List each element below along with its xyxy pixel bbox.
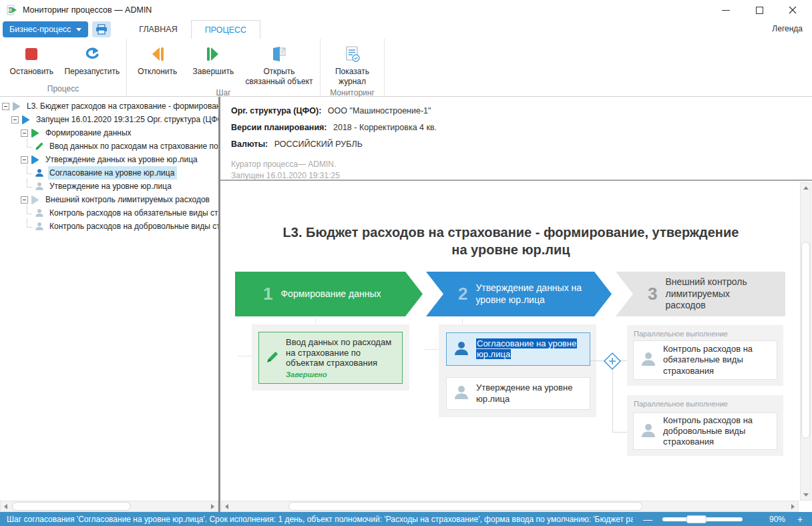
scroll-up-icon[interactable] xyxy=(801,183,811,193)
diagram-horizontal-scrollbar[interactable] xyxy=(221,501,799,512)
info-value: ООО "Машиностроение-1" xyxy=(328,106,431,115)
zoom-slider-thumb[interactable] xyxy=(686,515,706,523)
zoom-out-button[interactable]: — xyxy=(642,514,653,525)
minimize-button[interactable] xyxy=(719,3,733,17)
card-control-mandatory[interactable]: Контроль расходов на обязательные виды с… xyxy=(633,340,777,380)
show-journal-icon xyxy=(344,44,361,64)
stage-arrow-gray-icon xyxy=(31,195,41,204)
tree-connector xyxy=(27,205,32,214)
collapse-icon[interactable] xyxy=(21,129,28,137)
printer-icon xyxy=(95,24,108,35)
tree-row-launched[interactable]: Запущен 16.01.2020 19:31:25 Орг. структу… xyxy=(0,113,218,126)
restart-button-label: Перезапустить xyxy=(64,67,120,77)
tree-row-label: L3. Бюджет расходов на страхование - фор… xyxy=(27,101,218,111)
tree-row-label: Утверждение на уровне юр.лица xyxy=(49,182,172,191)
tree-connector xyxy=(27,138,32,148)
collapse-icon[interactable] xyxy=(2,103,9,110)
tree-horizontal-scrollbar[interactable] xyxy=(0,501,218,512)
collapse-icon[interactable] xyxy=(11,116,19,123)
stage-number: 3 xyxy=(648,284,657,304)
info-row-planning-version: Версии планирования: 2018 - Корректировк… xyxy=(231,123,812,132)
parallel-group-1-label: Параллельное выполнение xyxy=(627,325,783,338)
tree-row-step-utverzhdenie[interactable]: Утверждение на уровне юр.лица xyxy=(0,180,218,193)
info-row-org-structure: Орг. структура (ЦФО): ООО "Машиностроени… xyxy=(231,106,812,115)
tree-row-process-root[interactable]: L3. Бюджет расходов на страхование - фор… xyxy=(0,99,218,113)
title-bar: Мониторинг процессов — ADMIN xyxy=(0,0,812,20)
collapse-icon[interactable] xyxy=(21,156,28,164)
tree-row-step-kontrol-obyazatelnye[interactable]: Контроль расходов на обязательные виды с… xyxy=(0,206,218,220)
card-approval-label: Утверждение на уровне юр.лица xyxy=(476,382,583,405)
diagram-scrollbar-thumb[interactable] xyxy=(288,502,642,511)
diagram-vertical-scrollbar[interactable] xyxy=(800,182,811,501)
open-linked-object-button[interactable]: Открыть связанный объект xyxy=(242,40,316,87)
card-agreement-selected[interactable]: Согласование на уровне юр.лица xyxy=(446,332,590,366)
card-approval[interactable]: Утверждение на уровне юр.лица xyxy=(446,377,590,410)
close-button[interactable] xyxy=(785,3,800,17)
tree-row-stage-utverzhdenie[interactable]: Утверждение данных на уровне юр.лица xyxy=(0,153,218,166)
legend-link[interactable]: Легенда xyxy=(772,24,803,33)
collapse-icon[interactable] xyxy=(21,196,28,204)
business-process-button[interactable]: Бизнес-процесс xyxy=(3,21,88,37)
card-control-voluntary[interactable]: Контроль расходов на добровольные виды с… xyxy=(633,413,777,450)
complete-button[interactable]: Завершить xyxy=(187,40,240,77)
person-blue-icon xyxy=(35,168,45,178)
tree-row-label: Запущен 16.01.2020 19:31:25 Орг. структу… xyxy=(36,115,218,124)
tab-glavnaya[interactable]: ГЛАВНАЯ xyxy=(126,20,190,39)
scroll-down-icon[interactable] xyxy=(801,490,811,500)
ribbon-group-monitoring: Показать журнал Мониторинг xyxy=(321,39,385,96)
parallel-group-2-label: Параллельное выполнение xyxy=(627,395,783,408)
ribbon: Остановить Перезапустить Процесс xyxy=(0,39,812,97)
open-linked-object-label: Открыть связанный объект xyxy=(242,67,316,87)
tree-row-stage-vneshniy-kontrol[interactable]: Внешний контроль лимитируемых расходов xyxy=(0,193,218,206)
close-icon xyxy=(789,6,797,14)
tree-row-step-soglasovanie[interactable]: Согласование на уровне юр.лица xyxy=(0,166,218,180)
maximize-icon xyxy=(756,7,763,14)
ribbon-group-process-label: Процесс xyxy=(4,83,122,96)
tab-process[interactable]: ПРОЦЕСС xyxy=(191,20,260,39)
diagram-title: L3. Бюджет расходов на страхование - фор… xyxy=(274,224,748,258)
status-bar-text: Шаг согласования 'Согласование на уровне… xyxy=(7,515,633,524)
zoom-slider[interactable] xyxy=(662,517,743,521)
maximize-button[interactable] xyxy=(752,3,767,17)
app-window: Мониторинг процессов — ADMIN Бизнес-проц… xyxy=(0,0,812,526)
zoom-in-button[interactable]: + xyxy=(795,514,805,525)
stage-chevron-3[interactable]: 3 Внешний контроль лимитируемых расходов xyxy=(616,272,785,316)
pencil-icon xyxy=(266,350,279,366)
info-label: Валюты: xyxy=(231,140,268,149)
print-button[interactable] xyxy=(92,21,111,37)
open-linked-object-icon xyxy=(270,44,288,64)
decline-button-label: Отклонить xyxy=(138,67,177,77)
tree-row-step-vvod[interactable]: Ввод данных по расходам на страхование п… xyxy=(0,140,218,153)
decline-button[interactable]: Отклонить xyxy=(131,40,184,77)
tree-row-stage-formirovanie[interactable]: Формирование данных xyxy=(0,126,218,140)
tree-connector xyxy=(27,178,32,188)
process-tree: L3. Бюджет расходов на страхование - фор… xyxy=(0,97,218,501)
stop-button[interactable]: Остановить xyxy=(4,40,59,77)
tree-row-step-kontrol-dobrovolnye[interactable]: Контроль расходов на добровольные виды с… xyxy=(0,220,218,233)
stage-number: 2 xyxy=(458,284,467,304)
card-input-data-label: Ввод данных по расходам на страхование п… xyxy=(286,337,391,368)
connector-line xyxy=(590,360,604,361)
diagram-vscrollbar-thumb[interactable] xyxy=(801,242,810,439)
card-input-data[interactable]: Ввод данных по расходам на страхование п… xyxy=(258,332,403,384)
stage-number: 1 xyxy=(263,284,272,304)
scroll-right-icon[interactable] xyxy=(788,501,798,511)
process-curator-text: Куратор процесса— ADMIN. xyxy=(231,160,812,169)
tree-scrollbar-thumb[interactable] xyxy=(12,502,131,511)
process-started-text: Запущен 16.01.2020 19:31:25 xyxy=(231,171,812,180)
stage-label: Формирование данных xyxy=(280,288,387,300)
tab-row: Бизнес-процесс ГЛАВНАЯ ПРОЦЕСС xyxy=(0,20,812,39)
restart-button[interactable]: Перезапустить xyxy=(62,40,122,77)
connector-line xyxy=(612,370,613,432)
stage-chevron-1[interactable]: 1 Формирование данных xyxy=(235,272,423,316)
show-journal-button[interactable]: Показать журнал xyxy=(325,40,380,87)
process-info-panel: Орг. структура (ЦФО): ООО "Машиностроени… xyxy=(220,97,812,181)
process-diagram: L3. Бюджет расходов на страхование - фор… xyxy=(220,182,800,501)
tree-row-label: Ввод данных по расходам на страхование п… xyxy=(49,142,218,151)
stage-label: Утверждение данных на уровне юр.лица xyxy=(475,282,586,306)
scroll-left-icon[interactable] xyxy=(1,501,11,511)
tab-process-label: ПРОЦЕСС xyxy=(205,25,246,35)
scroll-left-icon[interactable] xyxy=(222,501,232,511)
scroll-right-icon[interactable] xyxy=(208,501,218,511)
stage-chevron-2[interactable]: 2 Утверждение данных на уровне юр.лица xyxy=(426,272,612,316)
